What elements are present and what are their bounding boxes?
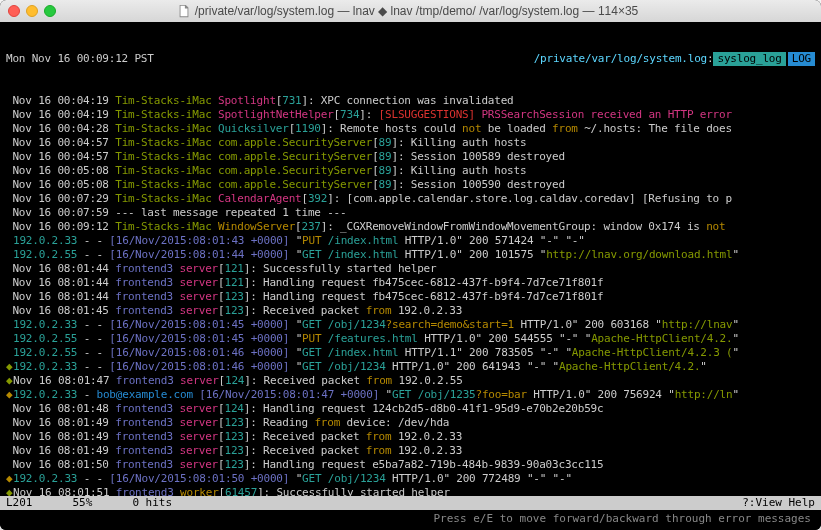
log-lines: Nov 16 00:04:19 Tim-Stacks-iMac Spotligh…	[6, 94, 815, 496]
log-line: Nov 16 08:01:44 frontend3 server[123]: H…	[6, 290, 815, 304]
log-line: Nov 16 08:01:49 frontend3 server[123]: R…	[6, 416, 815, 430]
format-badge: syslog_log	[713, 52, 785, 66]
log-line: Nov 16 00:09:12 Tim-Stacks-iMac WindowSe…	[6, 220, 815, 234]
titlebar: /private/var/log/system.log — lnav ◆ lna…	[0, 0, 821, 22]
mode-badge: LOG	[788, 52, 815, 66]
scroll-pct: 55%	[73, 496, 93, 510]
log-line: 192.0.2.33 - - [16/Nov/2015:08:01:43 +00…	[6, 234, 815, 248]
file-path: /private/var/log/system.log	[534, 52, 707, 66]
log-line: Nov 16 08:01:45 frontend3 server[123]: R…	[6, 304, 815, 318]
document-icon	[177, 4, 191, 18]
terminal-window: /private/var/log/system.log — lnav ◆ lna…	[0, 0, 821, 530]
log-line: Nov 16 00:04:19 Tim-Stacks-iMac Spotligh…	[6, 108, 815, 122]
log-line: Nov 16 08:01:44 frontend3 server[121]: S…	[6, 262, 815, 276]
help-hint: ?:View Help	[742, 496, 815, 510]
log-line: ◆Nov 16 08:01:51 frontend3 worker[61457]…	[6, 486, 815, 496]
search-hits: 0 hits	[132, 496, 172, 510]
help-bar: Press e/E to move forward/backward throu…	[0, 510, 821, 530]
log-line: Nov 16 08:01:44 frontend3 server[121]: H…	[6, 276, 815, 290]
header-line: Mon Nov 16 00:09:12 PST /private/var/log…	[6, 52, 815, 66]
log-line: 192.0.2.55 - - [16/Nov/2015:08:01:45 +00…	[6, 332, 815, 346]
log-line: Nov 16 08:01:49 frontend3 server[123]: R…	[6, 444, 815, 458]
log-line: Nov 16 08:01:50 frontend3 server[123]: H…	[6, 458, 815, 472]
log-line: Nov 16 00:04:57 Tim-Stacks-iMac com.appl…	[6, 150, 815, 164]
log-line: Nov 16 00:05:08 Tim-Stacks-iMac com.appl…	[6, 164, 815, 178]
log-line: Nov 16 08:01:49 frontend3 server[123]: R…	[6, 430, 815, 444]
log-line: 192.0.2.55 - - [16/Nov/2015:08:01:46 +00…	[6, 346, 815, 360]
log-line: ◆192.0.2.33 - bob@example.com [16/Nov/20…	[6, 388, 815, 402]
log-line: Nov 16 00:04:57 Tim-Stacks-iMac com.appl…	[6, 136, 815, 150]
log-line: 192.0.2.33 - - [16/Nov/2015:08:01:45 +00…	[6, 318, 815, 332]
log-line: Nov 16 00:07:59 --- last message repeate…	[6, 206, 815, 220]
log-line: Nov 16 00:07:29 Tim-Stacks-iMac Calendar…	[6, 192, 815, 206]
line-pos: L201	[6, 496, 33, 510]
log-line: ◆192.0.2.33 - - [16/Nov/2015:08:01:50 +0…	[6, 472, 815, 486]
log-line: Nov 16 00:04:28 Tim-Stacks-iMac Quicksil…	[6, 122, 815, 136]
terminal-body[interactable]: Mon Nov 16 00:09:12 PST /private/var/log…	[0, 22, 821, 496]
window-title: /private/var/log/system.log — lnav ◆ lna…	[2, 4, 813, 19]
log-line: Nov 16 00:04:19 Tim-Stacks-iMac Spotligh…	[6, 94, 815, 108]
log-line: ◆192.0.2.33 - - [16/Nov/2015:08:01:46 +0…	[6, 360, 815, 374]
log-line: 192.0.2.55 - - [16/Nov/2015:08:01:44 +00…	[6, 248, 815, 262]
log-line: ◆Nov 16 08:01:47 frontend3 server[124]: …	[6, 374, 815, 388]
log-line: Nov 16 08:01:48 frontend3 server[124]: H…	[6, 402, 815, 416]
log-line: Nov 16 00:05:08 Tim-Stacks-iMac com.appl…	[6, 178, 815, 192]
status-bar: L201 55% 0 hits ?:View Help	[0, 496, 821, 510]
